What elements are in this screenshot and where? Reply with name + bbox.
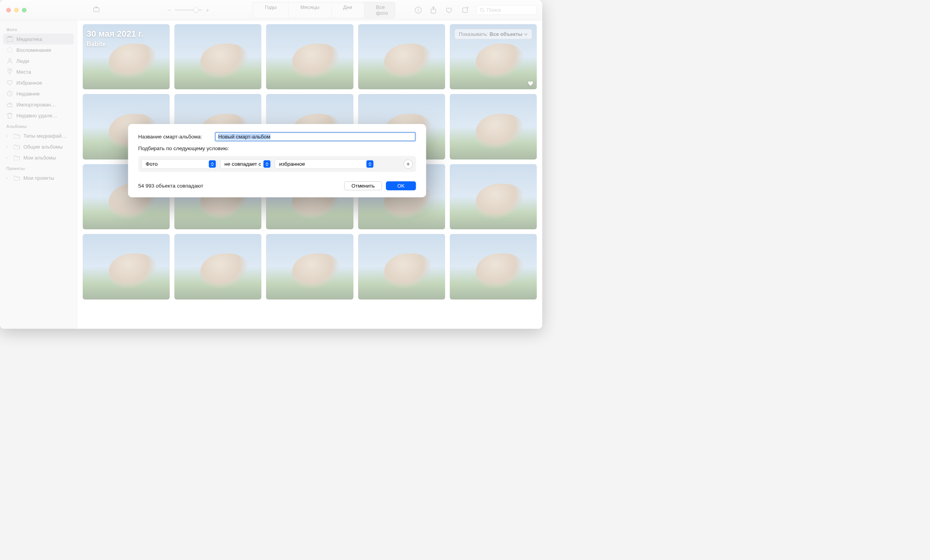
album-name-value: Новый смарт-альбом (218, 134, 270, 140)
app-window: − + Годы Месяцы Дни Все фото Фото Медиат… (0, 0, 542, 329)
album-name-input[interactable]: Новый смарт-альбом (215, 132, 416, 142)
match-count: 54 993 объекта совпадают (138, 183, 203, 189)
plus-icon: + (406, 161, 410, 168)
smart-album-dialog: Название смарт-альбома: Новый смарт-альб… (128, 124, 426, 197)
select-stepper-icon (209, 160, 216, 168)
select-value: избранное (279, 161, 305, 167)
condition-label: Подбирать по следующему условию: (138, 145, 416, 151)
cancel-button[interactable]: Отменить (344, 181, 382, 190)
ok-button[interactable]: OK (386, 181, 416, 190)
select-value: Фото (146, 161, 158, 167)
select-stepper-icon (264, 160, 271, 168)
condition-value-select[interactable]: избранное (275, 159, 375, 169)
condition-operator-select[interactable]: не совпадает с (220, 159, 272, 169)
select-stepper-icon (367, 160, 374, 168)
name-label: Название смарт-альбома: (138, 134, 211, 140)
condition-row: Фото не совпадает с избранное + (138, 156, 416, 172)
select-value: не совпадает с (224, 161, 261, 167)
add-condition-button[interactable]: + (403, 159, 413, 169)
condition-field-select[interactable]: Фото (141, 159, 217, 169)
